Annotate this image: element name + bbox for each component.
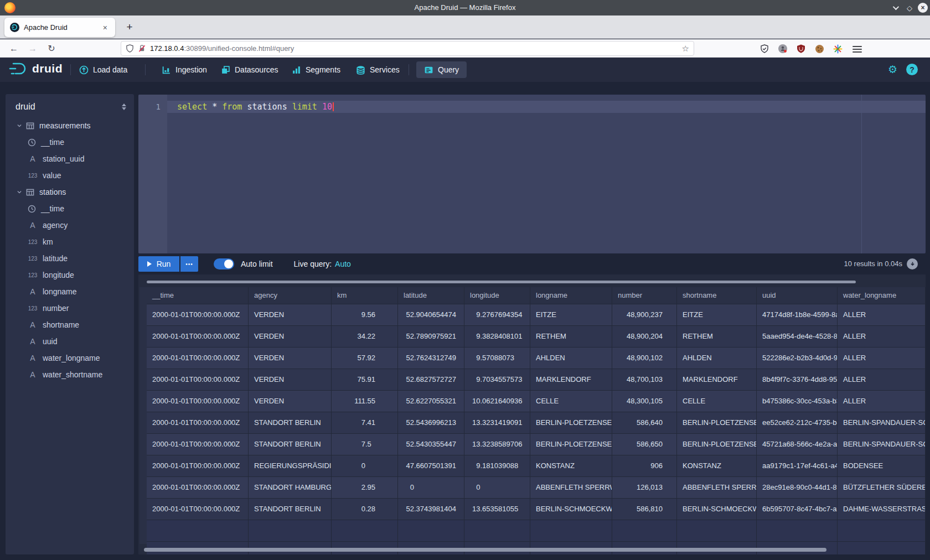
cookie-extension-icon[interactable]	[813, 43, 825, 55]
sidebar-column-latitude[interactable]: 123latitude	[6, 250, 134, 267]
column-header-__time[interactable]: __time	[147, 287, 249, 304]
cell-agency[interactable]: STANDORT BERLIN	[249, 412, 332, 433]
cell-shortname[interactable]: MARKLENDORF	[677, 369, 757, 390]
cell-longname[interactable]: BERLIN-PLOETZENSEE UW	[530, 434, 612, 455]
cell-number[interactable]: 48,900,102	[612, 348, 677, 369]
cell-__time[interactable]: 2000-01-01T00:00:00.000Z	[147, 304, 249, 325]
download-results-icon[interactable]	[907, 258, 918, 269]
cell-number[interactable]: 48,900,204	[612, 326, 677, 347]
cell-longname[interactable]: BERLIN-PLOETZENSEE OW	[530, 412, 612, 433]
cell-shortname[interactable]: EITZE	[677, 304, 757, 325]
cell-longitude[interactable]: 9.7034557573	[464, 369, 530, 390]
column-header-water_longname[interactable]: water_longname	[838, 287, 926, 304]
cell-agency[interactable]: VERDEN	[249, 326, 332, 347]
cell-uuid[interactable]: 6b595707-8c47-4bc7-a8	[757, 499, 838, 520]
cell-water_longname[interactable]: ALLER	[838, 348, 926, 369]
column-header-latitude[interactable]: latitude	[398, 287, 464, 304]
cell-shortname[interactable]: RETHEM	[677, 326, 757, 347]
cell-longitude[interactable]: 0	[464, 477, 530, 498]
forward-button[interactable]: →	[25, 42, 40, 56]
nav-services[interactable]: Services	[356, 61, 400, 78]
cell-longitude[interactable]: 13.653581055	[464, 499, 530, 520]
nav-query-active[interactable]: Query	[416, 61, 467, 78]
cell-km[interactable]: 7.5	[332, 434, 398, 455]
cell-shortname[interactable]: CELLE	[677, 391, 757, 412]
run-button[interactable]: Run	[138, 256, 179, 272]
cell-longname[interactable]: KONSTANZ	[530, 455, 612, 476]
cell-__time[interactable]: 2000-01-01T00:00:00.000Z	[147, 369, 249, 390]
cell-number[interactable]: 586,650	[612, 434, 677, 455]
cell-longitude[interactable]: 13.3238589706	[464, 434, 530, 455]
tab-close-icon[interactable]: ×	[101, 22, 110, 33]
cell-__time[interactable]: 2000-01-01T00:00:00.000Z	[147, 455, 249, 476]
cell-uuid[interactable]: 45721a68-566c-4e2a-a6	[757, 434, 838, 455]
cell-longname[interactable]: ABBENFLETH SPERRWERK	[530, 477, 612, 498]
cell-km[interactable]: 9.56	[332, 304, 398, 325]
cell-latitude[interactable]: 47.6607501391	[398, 455, 464, 476]
cell-km[interactable]: 57.92	[332, 348, 398, 369]
cell-longitude[interactable]: 10.0621640936	[464, 391, 530, 412]
cell-water_longname[interactable]: ALLER	[838, 391, 926, 412]
cell-agency[interactable]: STANDORT HAMBURG	[249, 477, 332, 498]
cell-latitude[interactable]: 52.5430355447	[398, 434, 464, 455]
window-maximize-button[interactable]: ◇	[903, 0, 916, 15]
nav-datasources[interactable]: Datasources	[221, 61, 278, 78]
sidebar-column-uuid[interactable]: Auuid	[6, 333, 134, 350]
cell-latitude[interactable]: 52.5436996213	[398, 412, 464, 433]
cell-latitude[interactable]: 52.6827572727	[398, 369, 464, 390]
column-header-number[interactable]: number	[612, 287, 677, 304]
cell-agency[interactable]: STANDORT BERLIN	[249, 434, 332, 455]
cell-water_longname[interactable]: ALLER	[838, 326, 926, 347]
more-options-button[interactable]: •••	[180, 256, 198, 272]
reload-button[interactable]: ↻	[44, 42, 59, 56]
cell-longname[interactable]: AHLDEN	[530, 348, 612, 369]
column-header-km[interactable]: km	[332, 287, 398, 304]
cell-__time[interactable]: 2000-01-01T00:00:00.000Z	[147, 412, 249, 433]
horizontal-scrollbar[interactable]	[144, 548, 826, 552]
sort-icon[interactable]	[122, 103, 126, 110]
cell-water_longname[interactable]: BODENSEE	[838, 455, 926, 476]
cell-__time[interactable]: 2000-01-01T00:00:00.000Z	[147, 326, 249, 347]
new-tab-button[interactable]: +	[123, 21, 136, 33]
sidebar-table-measurements[interactable]: measurements	[6, 117, 134, 134]
cell-agency[interactable]: VERDEN	[249, 304, 332, 325]
cell-number[interactable]: 586,640	[612, 412, 677, 433]
cell-latitude[interactable]: 52.9040654474	[398, 304, 464, 325]
cell-uuid[interactable]: b475386c-30cc-453a-b3	[757, 391, 838, 412]
cell-km[interactable]: 34.22	[332, 326, 398, 347]
column-header-longname[interactable]: longname	[530, 287, 612, 304]
cell-agency[interactable]: VERDEN	[249, 391, 332, 412]
sidebar-column-longname[interactable]: Alongname	[6, 283, 134, 300]
cell-km[interactable]: 111.55	[332, 391, 398, 412]
column-header-uuid[interactable]: uuid	[757, 287, 838, 304]
sidebar-column-water_shortname[interactable]: Awater_shortname	[6, 366, 134, 383]
cell-longname[interactable]: MARKLENDORF	[530, 369, 612, 390]
cell-__time[interactable]: 2000-01-01T00:00:00.000Z	[147, 391, 249, 412]
help-icon[interactable]: ?	[906, 64, 918, 75]
sidebar-column-shortname[interactable]: Ashortname	[6, 317, 134, 333]
cell-uuid[interactable]: aa9179c1-17ef-4c61-a48	[757, 455, 838, 476]
cell-__time[interactable]: 2000-01-01T00:00:00.000Z	[147, 434, 249, 455]
sidebar-column-station_uuid[interactable]: Astation_uuid	[6, 151, 134, 167]
bookmark-star-icon[interactable]: ☆	[682, 44, 689, 54]
cell-number[interactable]: 48,900,237	[612, 304, 677, 325]
cell-shortname[interactable]: AHLDEN	[677, 348, 757, 369]
cell-longitude[interactable]: 9.3828408101	[464, 326, 530, 347]
sidebar-column-__time[interactable]: __time	[6, 134, 134, 151]
cell-uuid[interactable]: 5aaed954-de4e-4528-8f	[757, 326, 838, 347]
sidebar-column-agency[interactable]: Aagency	[6, 217, 134, 234]
cell-uuid[interactable]: 8b4f9f7c-3376-4dd8-95c	[757, 369, 838, 390]
back-button[interactable]: ←	[7, 42, 21, 56]
column-header-longitude[interactable]: longitude	[464, 287, 530, 304]
cell-shortname[interactable]: BERLIN-PLOETZENSEE UW	[677, 434, 757, 455]
cell-shortname[interactable]: BERLIN-PLOETZENSEE OW	[677, 412, 757, 433]
cell-number[interactable]: 906	[612, 455, 677, 476]
cell-water_longname[interactable]: BERLIN-SPANDAUER-SCHIFFAHRTSKANAL	[838, 412, 926, 433]
browser-tab-apache-druid[interactable]: Apache Druid ×	[4, 18, 115, 37]
cell-agency[interactable]: REGIERUNGSPRÄSIDIUM	[249, 455, 332, 476]
cell-agency[interactable]: VERDEN	[249, 348, 332, 369]
settings-gear-icon[interactable]: ⚙	[888, 63, 897, 76]
cell-agency[interactable]: STANDORT BERLIN	[249, 499, 332, 520]
tracking-shield-icon[interactable]	[126, 44, 134, 53]
cell-latitude[interactable]: 52.6227055321	[398, 391, 464, 412]
